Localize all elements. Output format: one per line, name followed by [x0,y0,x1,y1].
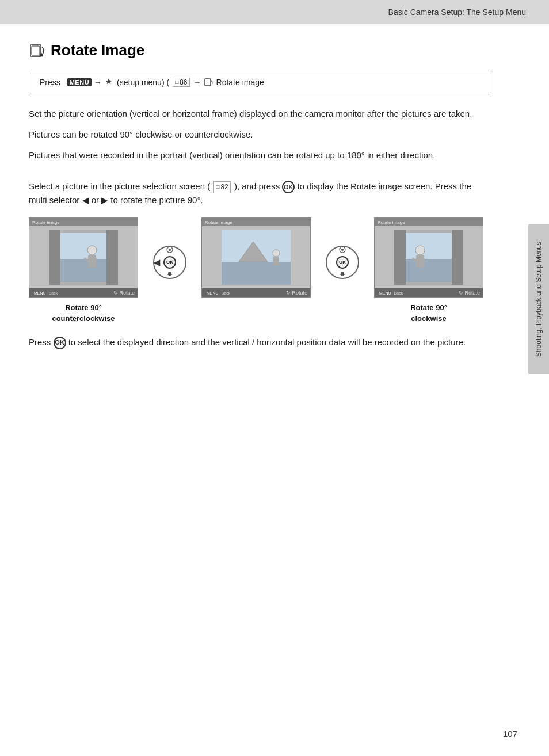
svg-rect-26 [406,233,452,259]
middle-screen-label: Rotate image [205,220,232,225]
middle-image-group: Rotate image MENU [201,217,311,321]
page-ref-num: 86 [180,78,187,86]
header-title: Basic Camera Setup: The Setup Menu [388,7,526,17]
page-ref-icon: □ [175,79,178,85]
svg-point-18 [273,250,280,257]
page-ref-box: □ 86 [173,78,189,87]
svg-rect-7 [60,233,106,259]
middle-screen-image [222,230,291,285]
left-screen: Rotate image [29,217,138,298]
svg-point-9 [87,246,97,255]
rotate-image-icon [29,43,45,59]
middle-rotate-btn: ↻ Rotate [286,290,307,296]
left-caption: Rotate 90° counterclockwise [52,303,115,323]
select-ref-num: 82 [220,182,228,193]
right-caption: Rotate 90° clockwise [410,303,447,323]
arrow1: → [94,78,102,87]
svg-rect-24 [452,230,463,285]
right-screen: Rotate image [374,217,483,298]
svg-point-14 [169,249,171,251]
sidebar-text: Shooting, Playback and Setup Menus [534,242,544,357]
left-image-group: Rotate image [29,217,138,323]
left-rotate-btn: ↻ Rotate [113,290,135,296]
svg-rect-4 [49,230,60,285]
body-para1: Set the picture orientation (vertical or… [29,107,489,121]
bottom-press: Press [29,337,51,347]
sidebar: Shooting, Playback and Setup Menus [528,224,549,374]
main-content: Rotate Image Press MENU → (setup menu) (… [0,24,518,372]
middle-screen: Rotate image MENU [201,217,311,298]
bottom-para: Press OK to select the displayed directi… [29,335,489,349]
page-number: 107 [503,729,517,739]
svg-rect-27 [406,259,452,282]
right-back-btn: MENU Back [378,291,403,295]
select-ref-icon: □ [216,182,219,192]
svg-rect-0 [30,45,41,56]
setup-label: (setup menu) ( [117,78,169,87]
arrow2: → [193,78,201,87]
select-mid: ), and press [234,181,280,191]
right-screen-label: Rotate image [378,220,405,225]
body-para2: Pictures can be rotated 90° clockwise or… [29,128,489,142]
svg-rect-2 [205,79,211,86]
svg-rect-19 [273,257,279,266]
ok-button-bottom: OK [54,337,66,349]
right-rotate-btn: ↻ Rotate [459,290,480,296]
dpad-ok2: OK [336,256,349,269]
right-dpad: OK [325,245,360,280]
menu-key: MENU [67,78,92,86]
images-row: Rotate image [29,217,489,323]
svg-point-28 [415,246,425,255]
right-screen-image [394,230,463,285]
svg-point-21 [341,249,344,251]
svg-rect-8 [60,259,106,282]
select-para: Select a picture in the picture selectio… [29,180,489,207]
select-intro: Select a picture in the picture selectio… [29,181,210,191]
left-screen-image [49,230,118,285]
ok-button-inline: OK [282,181,295,193]
page-header: Basic Camera Setup: The Setup Menu [0,0,549,24]
svg-rect-23 [394,230,406,285]
dpad-ok: OK [163,256,176,269]
right-image-group: Rotate image [374,217,483,323]
left-back-btn: MENU Back [32,291,58,295]
dpad-left-arrow: ◀ [154,258,160,267]
body-text-group: Set the picture orientation (vertical or… [29,107,489,162]
dpad-bottom2 [339,270,346,278]
section-title: Rotate Image [29,41,489,59]
instruction-box: Press MENU → (setup menu) ( □ 86 → Rotat… [29,71,489,93]
left-dpad: ◀ OK [152,245,187,280]
bottom-end: to select the displayed direction and th… [68,337,466,347]
page-title: Rotate Image [51,41,144,59]
svg-rect-5 [106,230,118,285]
dpad-bottom [166,270,173,278]
dpad-timer-top [166,246,173,254]
left-screen-label: Rotate image [32,220,60,225]
press-label: Press [40,78,60,87]
dpad-timer-top2 [339,246,346,254]
svg-rect-1 [32,46,40,55]
right-dpad-container: OK [322,217,363,307]
instruction-target: Rotate image [216,78,264,87]
body-para3: Pictures that were recorded in the portr… [29,148,489,162]
select-ref-box: □ 82 [214,181,230,193]
rotate-icon-inline [204,77,214,87]
middle-back-btn: MENU Back [205,291,230,295]
setup-sym [104,77,115,87]
left-dpad-container: ◀ OK [150,217,190,307]
svg-rect-16 [222,262,291,285]
